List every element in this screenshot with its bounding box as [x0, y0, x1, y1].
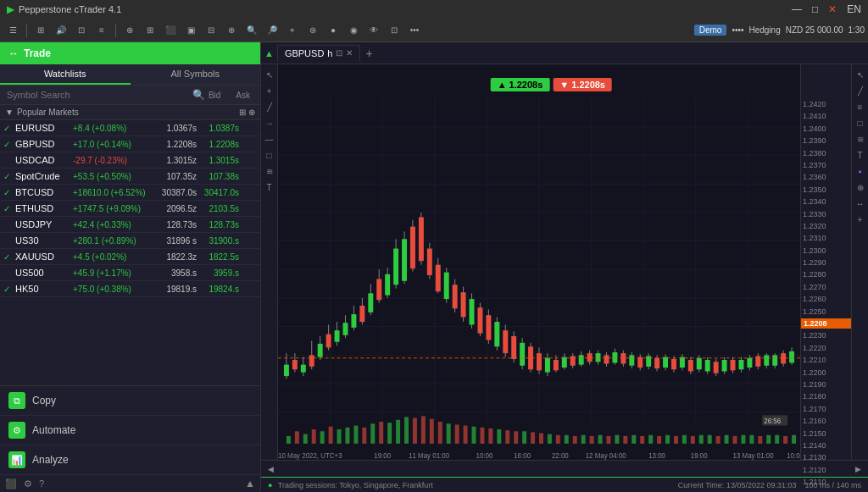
toolbar-btn-4[interactable]: ≡	[92, 22, 111, 39]
rt-channel-btn[interactable]: ≡	[854, 100, 867, 113]
svg-rect-65	[461, 292, 466, 317]
title-bar-controls[interactable]: — □ ✕ EN	[792, 3, 861, 15]
chart-scroll-right[interactable]: ▶	[855, 465, 861, 473]
toolbar-btn-5[interactable]: ⊕	[120, 22, 139, 39]
lang-btn[interactable]: EN	[847, 3, 861, 15]
chart-tool-hline[interactable]: —	[263, 132, 276, 146]
svg-rect-57	[427, 249, 432, 275]
rt-text-btn[interactable]: T	[854, 148, 867, 162]
svg-rect-137	[764, 355, 769, 365]
market-row[interactable]: ✓ EURUSD +8.4 (+0.08%) 1.0367s 1.0387s	[0, 120, 260, 136]
price-label: 1.2380	[801, 147, 851, 159]
toolbar-btn-11[interactable]: 🔍	[242, 22, 261, 39]
chart-tool-ray[interactable]: →	[263, 116, 276, 130]
toolbar-btn-14[interactable]: ⊛	[303, 22, 322, 39]
toolbar-btn-16[interactable]: ◉	[344, 22, 363, 39]
toolbar-btn-15[interactable]: ●	[324, 22, 342, 39]
market-name: GBPUSD	[15, 139, 73, 149]
toolbar-btn-10[interactable]: ⊕	[222, 22, 241, 39]
chart-tool-line[interactable]: ╱	[263, 100, 276, 113]
svg-rect-166	[464, 426, 468, 444]
svg-text:10 May 2022, UTC+3: 10 May 2022, UTC+3	[278, 451, 342, 460]
svg-rect-199	[741, 435, 745, 444]
main-layout: ↔ Trade Watchlists All Symbols 🔍 Bid Ask…	[0, 42, 868, 492]
toolbar-btn-1[interactable]: ⊞	[31, 22, 50, 39]
toolbar-btn-8[interactable]: ▣	[181, 22, 200, 39]
toolbar-btn-7[interactable]: ⬛	[161, 22, 180, 39]
svg-rect-77	[511, 336, 516, 359]
tab-watchlists[interactable]: Watchlists	[0, 64, 131, 85]
svg-rect-150	[329, 427, 333, 444]
market-row[interactable]: ✓ ETHUSD +1747.5 (+9.09%) 2096.5z 2103.5…	[0, 201, 260, 217]
rt-rect-btn[interactable]: □	[854, 116, 867, 130]
minimize-btn[interactable]: —	[792, 3, 802, 15]
toolbar-btn-9[interactable]: ⊟	[202, 22, 220, 39]
maximize-btn[interactable]: □	[812, 3, 818, 15]
svg-rect-97	[596, 353, 601, 362]
chart-add-btn[interactable]: +	[362, 47, 376, 60]
market-bid: 1.0367s	[149, 124, 197, 133]
chart-tool-fib[interactable]: ≋	[263, 164, 276, 178]
copy-button[interactable]: ⧉ Copy	[0, 386, 260, 416]
chart-svg: 10 May 2022, UTC+3 19:00 11 May 01:00 10…	[278, 98, 800, 460]
market-row[interactable]: US500 +45.9 (+1.17%) 3958.s 3959.s	[0, 265, 260, 281]
chart-tool-crosshair[interactable]: +	[263, 84, 276, 97]
automate-button[interactable]: ⚙ Automate	[0, 416, 260, 445]
toolbar-btn-more[interactable]: •••	[405, 22, 424, 39]
status-icon-1[interactable]: ⬛	[5, 478, 17, 489]
market-ask: 3959.s	[197, 268, 239, 278]
chart-scroll-left[interactable]: ◀	[268, 465, 274, 473]
chart-tab-detach-icon[interactable]: ⊡	[336, 48, 342, 58]
chart-tab-gbpusd[interactable]: GBPUSD h ⊡ ✕	[277, 45, 361, 62]
market-section-header[interactable]: ▼ Popular Markets ⊞ ⊕	[0, 105, 260, 120]
scroll-up-btn[interactable]: ▲	[245, 478, 255, 489]
close-btn[interactable]: ✕	[828, 3, 837, 15]
market-row[interactable]: US30 +280.1 (+0.89%) 31896 s 31900.s	[0, 233, 260, 249]
rt-crosshair-btn[interactable]: +	[854, 213, 867, 226]
toolbar-btn-3[interactable]: ⊡	[72, 22, 91, 39]
toolbar-btn-6[interactable]: ⊞	[141, 22, 159, 39]
market-check: ✓	[3, 204, 15, 213]
market-row[interactable]: ✓ GBPUSD +17.0 (+0.14%) 1.2208s 1.2208s	[0, 136, 260, 152]
rt-measure-btn[interactable]: ↔	[854, 196, 867, 210]
svg-rect-170	[497, 429, 501, 444]
demo-badge[interactable]: Demo	[694, 25, 727, 36]
tab-all-symbols[interactable]: All Symbols	[131, 64, 261, 85]
chart-tool-cursor[interactable]: ↖	[263, 68, 276, 81]
market-row[interactable]: ✓ HK50 +75.0 (+0.38%) 19819.s 19824.s	[0, 281, 260, 297]
market-row[interactable]: ✓ SpotCrude +53.5 (+0.50%) 107.35z 107.3…	[0, 169, 260, 185]
market-ask: 1822.5s	[197, 252, 239, 262]
toolbar-btn-17[interactable]: 👁	[364, 22, 383, 39]
toolbar-btn-13[interactable]: ⌖	[283, 22, 302, 39]
market-row[interactable]: USDCAD -29.7 (-0.23%) 1.3015z 1.3015s	[0, 152, 260, 169]
ask-header: Ask	[236, 91, 250, 100]
svg-rect-158	[396, 420, 400, 444]
market-change: +1747.5 (+9.09%)	[73, 204, 149, 213]
rt-zoom-btn[interactable]: ⊕	[854, 180, 867, 194]
toolbar-btn-18[interactable]: ⊡	[385, 22, 403, 39]
toolbar-btn-12[interactable]: 🔎	[263, 22, 281, 39]
chart-tool-rect[interactable]: □	[263, 148, 276, 162]
status-icon-2[interactable]: ⚙	[24, 478, 32, 489]
market-row[interactable]: ✓ BTCUSD +18610.0 (+6.52%) 30387.0s 3041…	[0, 185, 260, 201]
search-icon: 🔍	[192, 89, 205, 101]
svg-rect-179	[573, 436, 577, 444]
svg-rect-127	[722, 360, 727, 371]
price-label: 1.2190	[801, 379, 851, 390]
search-input[interactable]	[3, 87, 192, 102]
status-icon-3[interactable]: ?	[39, 478, 44, 489]
market-row[interactable]: USDJPY +42.4 (+0.33%) 128.73s 128.73s	[0, 217, 260, 233]
market-row[interactable]: ✓ XAUUSD +4.5 (+0.02%) 1822.3z 1822.5s	[0, 249, 260, 265]
market-name: USDCAD	[15, 155, 73, 165]
rt-fib-btn[interactable]: ≋	[854, 132, 867, 146]
rt-line-btn[interactable]: ╱	[854, 84, 867, 97]
menu-btn[interactable]: ☰	[3, 22, 22, 39]
analyze-button[interactable]: 📊 Analyze	[0, 445, 260, 475]
market-name: EURUSD	[15, 123, 73, 133]
market-check: ✓	[3, 140, 15, 149]
chart-tab-close-icon[interactable]: ✕	[346, 48, 353, 58]
chart-tool-text[interactable]: T	[263, 180, 276, 194]
toolbar-btn-2[interactable]: 🔊	[52, 22, 70, 39]
rt-cursor-btn[interactable]: ↖	[854, 68, 867, 81]
rt-indicator-btn[interactable]: ▪	[854, 164, 867, 178]
